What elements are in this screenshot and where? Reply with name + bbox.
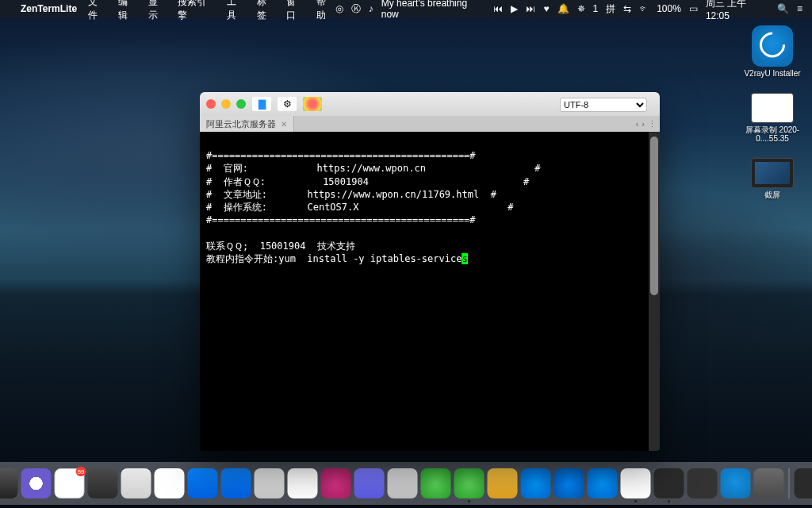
spotlight-icon[interactable]: 🔍 — [777, 3, 789, 14]
app-name[interactable]: ZenTermLite — [21, 3, 77, 14]
prev-track-icon[interactable]: ⏮ — [493, 3, 503, 14]
dock-config[interactable] — [754, 468, 784, 498]
dock-mail[interactable] — [221, 468, 251, 498]
window-titlebar[interactable]: ▇ ⚙ UTF-8 — [200, 92, 660, 116]
close-tab-icon[interactable]: ✕ — [281, 120, 287, 129]
dock-settings[interactable] — [88, 468, 118, 498]
dock-separator — [789, 468, 790, 498]
tab-overflow: ‹ › ⋮ — [633, 116, 660, 132]
dock-edge[interactable] — [554, 468, 584, 498]
tab-bar: 阿里云北京服务器 ✕ ‹ › ⋮ — [200, 116, 660, 132]
dock-photos[interactable] — [288, 468, 318, 498]
tab-server[interactable]: 阿里云北京服务器 ✕ — [200, 116, 294, 132]
menu-search[interactable]: 搜索引擎 — [178, 0, 215, 22]
dock-downloads[interactable] — [795, 468, 813, 498]
dock-v2rayu[interactable] — [721, 468, 751, 498]
menubar: ZenTermLite 文件 编辑 显示 搜索引擎 工具 标签 窗口 帮助 ◎ … — [0, 0, 812, 17]
menu-tools[interactable]: 工具 — [227, 0, 246, 22]
menu-help[interactable]: 帮助 — [316, 0, 335, 22]
dock-safari[interactable] — [188, 468, 218, 498]
badge: 59 — [76, 467, 86, 476]
next-track-icon[interactable]: ⏭ — [526, 3, 535, 14]
dock-facetime[interactable] — [421, 468, 451, 498]
dock-maps[interactable] — [255, 468, 285, 498]
dock-appstore[interactable] — [388, 468, 418, 498]
dock-reminders[interactable] — [155, 468, 185, 498]
dock-launchpad[interactable] — [0, 468, 18, 498]
dock: 59 — [0, 462, 812, 505]
wifi-icon[interactable]: ᯤ — [639, 3, 649, 14]
terminal-cursor: s — [462, 253, 467, 264]
gear-icon[interactable]: ⚙ — [278, 97, 297, 111]
heart-icon[interactable]: ♥ — [543, 3, 549, 14]
minimize-button[interactable] — [221, 99, 231, 109]
folder-icon[interactable]: ▇ — [252, 97, 271, 111]
menu-view[interactable]: 显示 — [148, 0, 167, 22]
desktop-icon-screenshot[interactable]: 截屏 — [741, 158, 804, 200]
screenshot-icon — [751, 158, 794, 188]
k-icon[interactable]: Ⓚ — [351, 2, 361, 16]
tab-title: 阿里云北京服务器 — [206, 118, 276, 130]
menu-window[interactable]: 窗口 — [286, 0, 305, 22]
ime-label[interactable]: 拼 — [606, 2, 615, 16]
desktop-icon-v2rayu[interactable]: V2rayU Installer — [741, 25, 804, 79]
chevron-left-icon[interactable]: ‹ — [636, 119, 639, 129]
dock-pycharm[interactable] — [688, 468, 718, 498]
dock-penguin[interactable] — [621, 468, 651, 498]
overflow-menu-icon[interactable]: ⋮ — [648, 119, 657, 129]
now-playing-title[interactable]: My heart's breathing now — [381, 0, 486, 20]
desktop-icon-screenrec[interactable]: 屏幕录制 2020-0....55.35 — [741, 93, 804, 144]
traffic-lights — [206, 99, 246, 109]
dock-kugou[interactable] — [588, 468, 618, 498]
color-picker-icon[interactable] — [303, 97, 322, 111]
dock-calendar[interactable]: 59 — [55, 468, 85, 498]
menu-file[interactable]: 文件 — [88, 0, 107, 22]
dock-wechat[interactable] — [454, 468, 485, 498]
v2rayu-icon — [752, 25, 793, 67]
dock-contacts[interactable] — [121, 468, 151, 498]
bell-icon[interactable]: 🔔 — [557, 3, 569, 14]
dock-podcasts[interactable] — [354, 468, 385, 498]
close-button[interactable] — [206, 99, 216, 109]
desktop-icon-label: 截屏 — [764, 190, 780, 200]
ime-badge[interactable]: 1 — [593, 3, 599, 14]
toggle-icon[interactable]: ⇆ — [623, 3, 631, 14]
music-note-icon[interactable]: ♪ — [369, 3, 373, 14]
encoding-selector[interactable]: UTF-8 — [560, 97, 647, 112]
desktop-icon-label: V2rayU Installer — [744, 69, 800, 79]
dock-siri[interactable] — [21, 468, 52, 498]
desktop-icon-label: 屏幕录制 2020-0....55.35 — [741, 125, 803, 144]
maximize-button[interactable] — [236, 99, 246, 109]
battery-icon[interactable]: ▭ — [689, 3, 698, 14]
play-icon[interactable]: ▶ — [511, 3, 518, 14]
screen-recording-icon — [751, 93, 794, 123]
terminal-window: ▇ ⚙ UTF-8 阿里云北京服务器 ✕ ‹ › ⋮ #============… — [200, 92, 660, 451]
encoding-select[interactable]: UTF-8 — [560, 98, 647, 112]
notification-center-icon[interactable]: ≡ — [797, 3, 802, 14]
menu-tabs[interactable]: 标签 — [257, 0, 276, 22]
clock[interactable]: 周三 上午12:05 — [706, 0, 769, 21]
dock-music[interactable] — [321, 468, 351, 498]
dock-qq[interactable] — [521, 468, 551, 498]
target-icon[interactable]: ◎ — [335, 3, 343, 14]
scrollbar-thumb[interactable] — [650, 137, 658, 295]
battery-percent[interactable]: 100% — [657, 3, 681, 14]
dock-chrome[interactable] — [488, 468, 518, 498]
chevron-right-icon[interactable]: › — [642, 119, 645, 129]
wechat-status-icon[interactable]: ✵ — [577, 3, 585, 14]
terminal-scrollbar[interactable] — [649, 132, 660, 451]
terminal-viewport[interactable]: #=======================================… — [200, 132, 660, 451]
menu-edit[interactable]: 编辑 — [118, 0, 137, 22]
desktop-icon-area: V2rayU Installer 屏幕录制 2020-0....55.35 截屏 — [741, 25, 804, 199]
dock-terminal[interactable] — [654, 468, 684, 498]
